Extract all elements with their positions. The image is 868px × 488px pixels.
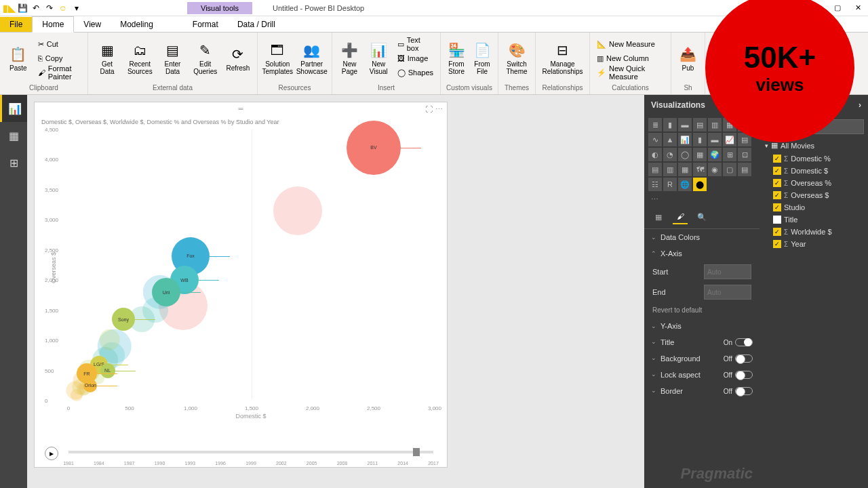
viz-type-icon[interactable]: ▤ xyxy=(738,163,751,176)
play-axis-timeline[interactable]: ▶ 19811984198719901993199619992002200520… xyxy=(68,441,433,462)
data-bubble[interactable]: Orion xyxy=(83,379,97,392)
checkbox-icon[interactable]: ✓ xyxy=(773,191,781,199)
viz-type-icon[interactable]: ▤ xyxy=(648,163,662,176)
viz-type-icon[interactable]: 🌐 xyxy=(678,178,692,191)
viz-type-icon[interactable]: ▦ xyxy=(678,163,692,176)
viz-type-icon[interactable]: ▮ xyxy=(693,133,707,146)
play-button[interactable]: ▶ xyxy=(45,447,58,460)
view-tab[interactable]: View xyxy=(74,17,111,32)
textbox-button[interactable]: ▭Text box xyxy=(395,37,436,51)
publish-button[interactable]: 📤Pub xyxy=(675,35,701,81)
format-painter-button[interactable]: 🖌Format Painter xyxy=(35,66,83,79)
viz-type-icon[interactable]: ▮ xyxy=(663,118,677,131)
field-item[interactable]: ✓ΣOverseas $ xyxy=(760,189,868,201)
drag-handle-icon[interactable]: ═ xyxy=(238,105,243,113)
new-visual-button[interactable]: 📊New Visual xyxy=(366,35,392,81)
viz-type-icon[interactable]: ⊞ xyxy=(723,148,736,161)
modeling-tab[interactable]: Modeling xyxy=(111,17,163,32)
viz-type-icon[interactable]: ▬ xyxy=(678,118,692,131)
border-section[interactable]: ⌄BorderOff xyxy=(644,383,760,399)
report-canvas[interactable]: ═ ⛶ ⋯ Domestic $, Overseas $, Worldwide … xyxy=(27,95,644,488)
x-axis-start-input[interactable] xyxy=(704,264,751,279)
y-axis-section[interactable]: ⌄Y-Axis xyxy=(644,318,760,334)
quick-dropdown-icon[interactable]: ▾ xyxy=(71,2,83,14)
viz-type-icon[interactable]: ≣ xyxy=(648,118,662,131)
partner-showcase-button[interactable]: 👥Partner Showcase xyxy=(296,35,328,81)
manage-relationships-button[interactable]: ⊟Manage Relationships xyxy=(540,35,585,81)
background-toggle[interactable] xyxy=(735,354,753,363)
viz-type-icon[interactable]: ▤ xyxy=(693,118,707,131)
title-section[interactable]: ⌄TitleOn xyxy=(644,334,760,350)
copy-button[interactable]: ⎘Copy xyxy=(35,52,83,65)
checkbox-icon[interactable] xyxy=(773,216,781,224)
lock-aspect-section[interactable]: ⌄Lock aspectOff xyxy=(644,367,760,383)
format-tab[interactable]: Format xyxy=(183,17,228,32)
field-item[interactable]: Title xyxy=(760,214,868,226)
model-view-button[interactable]: ⊞ xyxy=(0,149,27,176)
from-store-button[interactable]: 🏪From Store xyxy=(445,35,468,81)
edit-queries-button[interactable]: ✎Edit Queries xyxy=(191,35,220,81)
viz-type-icon[interactable]: ▬ xyxy=(708,133,722,146)
data-drill-tab[interactable]: Data / Drill xyxy=(228,17,285,32)
scatter-chart-visual[interactable]: ═ ⛶ ⋯ Domestic $, Overseas $, Worldwide … xyxy=(34,102,448,468)
smiley-icon[interactable]: ☺ xyxy=(57,2,69,14)
viz-type-icon[interactable]: ▥ xyxy=(663,163,677,176)
close-button[interactable]: ✕ xyxy=(848,0,868,16)
title-toggle[interactable] xyxy=(735,338,753,346)
timeline-track[interactable] xyxy=(68,451,433,453)
shapes-button[interactable]: ◯Shapes xyxy=(395,66,436,79)
viz-type-icon[interactable]: ▦ xyxy=(693,148,707,161)
viz-type-icon[interactable]: ◐ xyxy=(648,148,662,161)
solution-templates-button[interactable]: 🗔Solution Templates xyxy=(262,35,294,81)
viz-type-icon[interactable]: ◔ xyxy=(663,148,677,161)
viz-type-icon[interactable]: ∿ xyxy=(648,133,662,146)
viz-type-icon[interactable]: 📈 xyxy=(723,133,736,146)
format-tab-panel[interactable]: 🖌 xyxy=(673,209,688,224)
get-data-button[interactable]: ▦Get Data xyxy=(92,35,122,81)
viz-type-icon[interactable]: ◉ xyxy=(708,163,722,176)
checkbox-icon[interactable]: ✓ xyxy=(773,240,781,248)
data-bubble[interactable]: NL xyxy=(100,363,115,378)
report-view-button[interactable]: 📊 xyxy=(0,95,27,122)
viz-type-icon[interactable]: ▥ xyxy=(708,118,722,131)
viz-type-icon[interactable]: 📊 xyxy=(678,133,692,146)
viz-type-icon[interactable]: ▢ xyxy=(723,163,736,176)
home-tab[interactable]: Home xyxy=(32,16,74,33)
analytics-tab[interactable]: 🔍 xyxy=(694,209,709,224)
more-options-icon[interactable]: ⋯ xyxy=(435,105,443,114)
border-toggle[interactable] xyxy=(735,387,753,395)
checkbox-icon[interactable]: ✓ xyxy=(773,179,781,187)
checkbox-icon[interactable]: ✓ xyxy=(773,167,781,175)
viz-type-icon[interactable]: ⊡ xyxy=(738,148,751,161)
data-view-button[interactable]: ▦ xyxy=(0,122,27,149)
focus-mode-icon[interactable]: ⛶ xyxy=(425,105,433,114)
viz-type-icon[interactable]: ⬤ xyxy=(693,178,707,191)
data-colors-section[interactable]: ⌄Data Colors xyxy=(644,229,760,245)
paste-button[interactable]: 📋Paste xyxy=(4,35,33,81)
redo-icon[interactable]: ↷ xyxy=(43,2,56,14)
new-quick-measure-button[interactable]: ⚡New Quick Measure xyxy=(594,66,667,79)
lock-aspect-toggle[interactable] xyxy=(735,371,753,379)
field-item[interactable]: ✓ΣWorldwide $ xyxy=(760,226,868,238)
timeline-thumb[interactable] xyxy=(413,448,420,456)
viz-type-icon[interactable]: ☷ xyxy=(648,178,662,191)
field-item[interactable]: ✓ΣDomestic % xyxy=(760,152,868,165)
collapse-icon[interactable]: › xyxy=(859,100,861,110)
refresh-button[interactable]: ⟳Refresh xyxy=(223,35,253,81)
from-file-button[interactable]: 📄From File xyxy=(471,35,494,81)
field-item[interactable]: ✓ΣDomestic $ xyxy=(760,165,868,177)
background-section[interactable]: ⌄BackgroundOff xyxy=(644,350,760,367)
revert-to-default[interactable]: Revert to default xyxy=(644,302,760,318)
recent-sources-button[interactable]: 🗂Recent Sources xyxy=(125,35,155,81)
image-button[interactable]: 🖼Image xyxy=(395,52,436,65)
data-bubble[interactable]: Sony xyxy=(112,308,135,331)
file-tab[interactable]: File xyxy=(0,17,32,32)
more-visuals-icon[interactable]: ⋯ xyxy=(644,194,760,205)
new-page-button[interactable]: ➕New Page xyxy=(336,35,363,81)
enter-data-button[interactable]: ▤Enter Data xyxy=(157,35,187,81)
checkbox-icon[interactable]: ✓ xyxy=(773,203,781,211)
save-icon[interactable]: 💾 xyxy=(16,2,28,14)
fields-tab[interactable]: ▦ xyxy=(651,209,666,224)
checkbox-icon[interactable]: ✓ xyxy=(773,155,781,163)
new-measure-button[interactable]: 📐New Measure xyxy=(594,37,667,51)
